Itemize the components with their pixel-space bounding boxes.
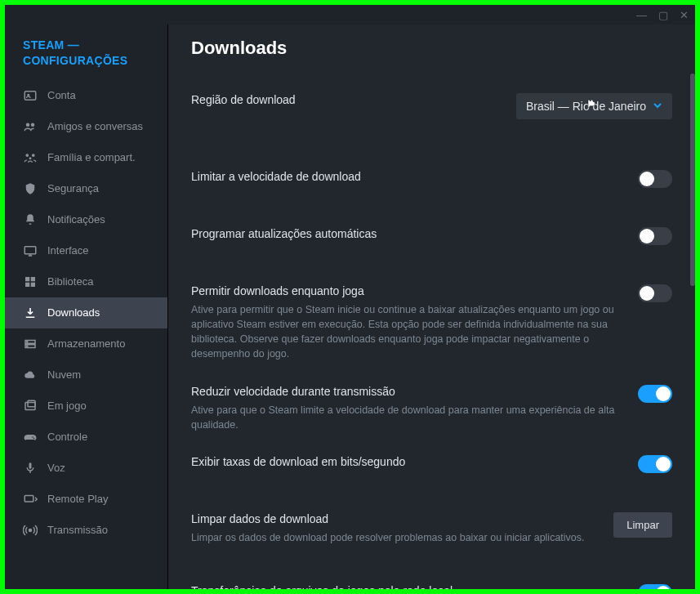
sidebar-item-label: Notificações	[47, 213, 105, 226]
sidebar-item-friends[interactable]: Amigos e conversas	[5, 111, 167, 142]
sidebar-item-mic[interactable]: Voz	[5, 453, 167, 484]
clear-cache-label: Limpar dados de download	[191, 512, 597, 525]
sidebar-item-label: Segurança	[47, 182, 99, 195]
svg-rect-21	[25, 495, 33, 502]
scrollbar[interactable]	[690, 25, 695, 589]
sidebar-item-download[interactable]: Downloads	[5, 297, 167, 328]
download-region-dropdown[interactable]: Brasil — Rio de Janeiro	[516, 93, 672, 119]
sidebar-item-cloud[interactable]: Nuvem	[5, 360, 167, 391]
sidebar-item-label: Família e compart.	[47, 151, 136, 164]
sidebar-item-storage[interactable]: Armazenamento	[5, 328, 167, 360]
close-button[interactable]: ✕	[680, 9, 689, 21]
allow-while-playing-toggle[interactable]	[638, 284, 672, 302]
clear-cache-row: Limpar dados de download Limpar os dados…	[191, 501, 672, 556]
chevron-down-icon	[653, 100, 662, 113]
id-card-icon	[23, 88, 38, 103]
download-region-value: Brasil — Rio de Janeiro	[526, 100, 646, 113]
allow-while-playing-row: Permitir downloads enquanto joga Ative p…	[191, 273, 672, 373]
schedule-updates-label: Programar atualizações automáticas	[191, 227, 638, 240]
svg-point-22	[29, 529, 32, 531]
throttle-streaming-desc: Ative para que o Steam limite a velocida…	[191, 403, 622, 432]
minimize-button[interactable]: —	[636, 9, 647, 21]
svg-point-15	[27, 346, 28, 346]
throttle-streaming-row: Reduzir velocidade durante transmissão A…	[191, 373, 672, 444]
svg-rect-17	[28, 400, 35, 407]
sidebar-item-label: Voz	[47, 462, 65, 475]
cloud-icon	[23, 368, 38, 382]
sidebar-item-label: Remote Play	[47, 493, 108, 506]
svg-rect-10	[25, 283, 29, 287]
sidebar-title: STEAM — CONFIGURAÇÕES	[5, 28, 167, 80]
sidebar-item-remote[interactable]: Remote Play	[5, 484, 167, 515]
maximize-button[interactable]: ▢	[658, 9, 668, 21]
shield-icon	[23, 181, 38, 196]
show-bits-row: Exibir taxas de download em bits/segundo	[191, 444, 672, 485]
sidebar-item-label: Downloads	[47, 306, 100, 319]
settings-window: — ▢ ✕ STEAM — CONFIGURAÇÕES ContaAmigos …	[5, 5, 695, 589]
friends-icon	[23, 119, 38, 134]
limit-speed-label: Limitar a velocidade de download	[191, 170, 638, 183]
sidebar-item-gamepad[interactable]: Controle	[5, 422, 167, 453]
sidebar-item-label: Armazenamento	[47, 337, 125, 351]
schedule-updates-row: Programar atualizações automáticas	[191, 216, 672, 257]
sidebar-item-bell[interactable]: Notificações	[5, 204, 167, 235]
sidebar-item-label: Conta	[47, 89, 76, 102]
svg-rect-20	[29, 462, 32, 469]
clear-cache-button[interactable]: Limpar	[613, 512, 672, 538]
lan-transfer-toggle[interactable]	[638, 584, 672, 589]
svg-rect-11	[31, 283, 35, 287]
sidebar-item-shield[interactable]: Segurança	[5, 173, 167, 204]
sidebar-item-label: Transmissão	[47, 524, 108, 537]
scrollbar-thumb[interactable]	[690, 74, 695, 286]
clear-cache-desc: Limpar os dados de download pode resolve…	[191, 530, 597, 545]
download-icon	[23, 306, 38, 320]
sidebar-item-grid[interactable]: Biblioteca	[5, 266, 167, 297]
download-region-label: Região de download	[191, 93, 516, 106]
window-titlebar: — ▢ ✕	[5, 5, 695, 25]
sidebar-item-id-card[interactable]: Conta	[5, 80, 167, 111]
download-region-row: Região de download Brasil — Rio de Janei…	[191, 82, 672, 131]
sidebar-item-label: Biblioteca	[47, 275, 93, 288]
monitor-icon	[23, 243, 38, 258]
svg-rect-9	[31, 277, 35, 281]
gamepad-icon	[23, 430, 38, 444]
lan-transfer-row: Transferências de arquivos de jogos pela…	[191, 573, 672, 589]
main-panel: Downloads Região de download Brasil — Ri…	[168, 25, 695, 589]
broadcast-icon	[23, 523, 38, 538]
svg-point-6	[29, 157, 32, 159]
limit-speed-row: Limitar a velocidade de download	[191, 159, 672, 199]
throttle-streaming-toggle[interactable]	[638, 385, 672, 403]
schedule-updates-toggle[interactable]	[638, 227, 672, 245]
page-title: Downloads	[191, 38, 672, 59]
svg-point-18	[32, 436, 33, 438]
limit-speed-toggle[interactable]	[638, 170, 672, 188]
sidebar-item-label: Interface	[47, 244, 89, 257]
throttle-streaming-label: Reduzir velocidade durante transmissão	[191, 385, 622, 398]
show-bits-toggle[interactable]	[638, 455, 672, 473]
bell-icon	[23, 212, 38, 227]
lan-transfer-label: Transferências de arquivos de jogos pela…	[191, 584, 638, 589]
sidebar-nav: ContaAmigos e conversasFamília e compart…	[5, 80, 167, 589]
sidebar-item-label: Controle	[47, 431, 87, 444]
svg-point-14	[27, 342, 28, 342]
svg-point-5	[32, 154, 35, 157]
family-icon	[23, 150, 38, 165]
svg-point-2	[26, 123, 30, 127]
svg-point-4	[25, 154, 29, 157]
mic-icon	[23, 461, 38, 476]
allow-while-playing-label: Permitir downloads enquanto joga	[191, 284, 622, 297]
sidebar-item-label: Nuvem	[47, 368, 81, 382]
storage-icon	[23, 337, 38, 351]
sidebar: STEAM — CONFIGURAÇÕES ContaAmigos e conv…	[5, 25, 168, 589]
allow-while-playing-desc: Ative para permitir que o Steam inicie o…	[191, 302, 622, 362]
sidebar-item-broadcast[interactable]: Transmissão	[5, 515, 167, 546]
remote-icon	[23, 492, 38, 507]
sidebar-item-family[interactable]: Família e compart.	[5, 142, 167, 173]
show-bits-label: Exibir taxas de download em bits/segundo	[191, 455, 638, 468]
svg-rect-0	[25, 92, 36, 100]
svg-rect-8	[25, 277, 29, 281]
svg-rect-7	[25, 247, 36, 254]
sidebar-item-overlay[interactable]: Em jogo	[5, 391, 167, 422]
sidebar-item-monitor[interactable]: Interface	[5, 235, 167, 266]
grid-icon	[23, 275, 38, 289]
